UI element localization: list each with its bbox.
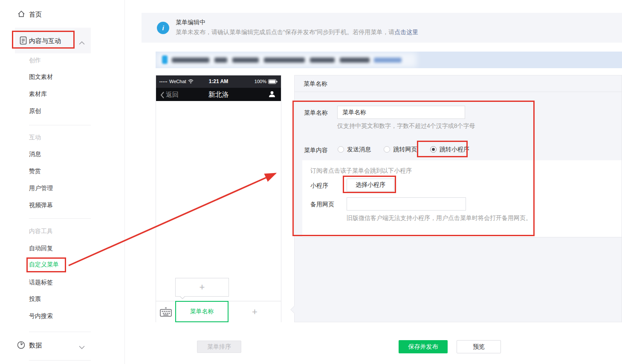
backup-webpage-label: 备用网页 — [310, 201, 334, 208]
redacted-text — [340, 58, 370, 63]
keyboard-toggle[interactable] — [156, 301, 175, 322]
divider — [29, 332, 91, 332]
notice-body-text: 菜单未发布，请确认菜单编辑完成后点击“保存并发布”同步到手机。若停用菜单，请 — [176, 29, 394, 35]
battery-info: 100% — [255, 79, 278, 84]
redacted-text — [264, 58, 305, 63]
backup-webpage-hint: 旧版微信客户端无法支持小程序，用户点击菜单时将会打开备用网页。 — [347, 214, 532, 222]
menu-name-hint: 仅支持中英文和数字，字数不超过4个汉字或8个字母 — [337, 122, 475, 130]
redacted-banner-icon — [162, 55, 168, 64]
battery-percent: 100% — [255, 79, 266, 84]
sidebar-section-data[interactable]: 数据 — [29, 341, 42, 350]
menu-name-input[interactable] — [337, 106, 465, 119]
person-icon[interactable] — [268, 90, 276, 100]
menu-sort-button[interactable]: 菜单排序 — [197, 341, 241, 353]
redacted-text — [172, 58, 209, 63]
sidebar-item-custom-menu-active[interactable]: 自定义菜单 — [29, 261, 59, 269]
save-publish-button[interactable]: 保存并发布 — [399, 340, 448, 353]
choose-miniprogram-button[interactable]: 选择小程序 — [347, 179, 394, 191]
sidebar-item[interactable]: 投票 — [29, 295, 41, 303]
sidebar-item[interactable]: 原创 — [29, 107, 41, 115]
sidebar-item[interactable]: 消息 — [29, 150, 41, 158]
battery-icon — [268, 79, 278, 84]
menu-editor-panel: 菜单名称 菜单名称 仅支持中英文和数字，字数不超过4个汉字或8个字母 菜单内容 … — [294, 75, 622, 322]
panel-header: 菜单名称 — [295, 75, 622, 92]
phone-status-bar: ••••• WeChat 1:21 AM 100% — [156, 75, 281, 88]
sidebar-item[interactable]: 素材库 — [29, 90, 47, 98]
backup-webpage-input[interactable] — [347, 197, 466, 211]
miniprogram-tip: 订阅者点击该子菜单会跳到以下小程序 — [310, 167, 412, 175]
phone-preview: ••••• WeChat 1:21 AM 100% 返回 新北洛 + — [156, 75, 281, 322]
keyboard-icon — [160, 307, 172, 317]
edit-status-notice: i 菜单编辑中 菜单未发布，请确认菜单编辑完成后点击“保存并发布”同步到手机。若… — [142, 13, 622, 43]
redacted-link-text — [374, 58, 402, 63]
page: 首页 内容与互动 创作 图文素材 素材库 原创 互动 消息 赞赏 用户管理 视频… — [0, 0, 622, 364]
miniprogram-label: 小程序 — [310, 182, 328, 190]
sidebar-item[interactable]: 号内搜索 — [29, 312, 53, 320]
radio-label-jump-miniprogram[interactable]: 跳转小程序 — [440, 146, 469, 153]
radio-send-message[interactable] — [338, 146, 344, 153]
sidebar-group-header: 内容工具 — [29, 228, 53, 235]
miniprogram-card: 订阅者点击该子菜单会跳到以下小程序 小程序 选择小程序 备用网页 旧版微信客户端… — [302, 160, 622, 237]
sidebar-item[interactable]: 图文素材 — [29, 73, 53, 81]
divider — [29, 360, 91, 361]
account-title: 新北洛 — [156, 90, 281, 99]
disable-menu-link[interactable]: 点击这里 — [394, 29, 418, 35]
sidebar: 首页 内容与互动 创作 图文素材 素材库 原创 互动 消息 赞赏 用户管理 视频… — [0, 0, 125, 364]
chevron-up-icon[interactable] — [79, 39, 85, 46]
divider — [29, 218, 91, 219]
preview-button[interactable]: 预览 — [457, 340, 501, 353]
sidebar-item[interactable]: 话题标签 — [29, 279, 53, 286]
popup-pointer-fill — [180, 296, 185, 301]
info-icon: i — [157, 22, 169, 34]
notice-body: 菜单未发布，请确认菜单编辑完成后点击“保存并发布”同步到手机。若停用菜单，请点击… — [176, 29, 418, 36]
sidebar-item-home[interactable]: 首页 — [29, 11, 42, 19]
content-type-radio-group: 发送消息 跳转网页 跳转小程序 — [338, 145, 469, 153]
sidebar-item[interactable]: 自动回复 — [29, 245, 53, 252]
radio-jump-miniprogram[interactable] — [430, 146, 437, 153]
phone-menu-bar: 菜单名称 + — [156, 301, 281, 322]
redacted-text — [232, 58, 259, 63]
redacted-text — [310, 58, 335, 63]
sidebar-item[interactable]: 赞赏 — [29, 168, 41, 175]
redacted-banner — [156, 52, 622, 68]
redacted-text — [214, 58, 227, 63]
add-submenu-popup: + — [175, 278, 229, 297]
menu-name-label: 菜单名称 — [304, 109, 328, 117]
sidebar-group-header: 创作 — [29, 57, 41, 64]
sidebar-item[interactable]: 用户管理 — [29, 185, 53, 192]
home-icon — [17, 10, 26, 20]
content-interaction-icon — [20, 36, 27, 46]
sidebar-section-content[interactable]: 内容与互动 — [29, 37, 61, 45]
divider — [29, 125, 91, 125]
radio-label-send-message[interactable]: 发送消息 — [347, 146, 371, 153]
sidebar-group-header: 互动 — [29, 134, 41, 142]
phone-nav-bar: 返回 新北洛 — [156, 88, 281, 101]
menu-content-label: 菜单内容 — [304, 147, 328, 154]
notice-title: 菜单编辑中 — [176, 19, 205, 26]
add-menu-button[interactable]: + — [229, 301, 281, 322]
add-submenu-button[interactable]: + — [176, 278, 229, 296]
radio-jump-webpage[interactable] — [384, 146, 390, 153]
data-pie-icon — [17, 341, 25, 351]
panel-left-pointer — [290, 306, 298, 313]
radio-label-jump-webpage[interactable]: 跳转网页 — [393, 146, 417, 153]
sidebar-item[interactable]: 视频弹幕 — [29, 202, 53, 209]
menu-tab-selected[interactable]: 菜单名称 — [175, 301, 229, 322]
chevron-down-icon[interactable] — [79, 343, 85, 351]
